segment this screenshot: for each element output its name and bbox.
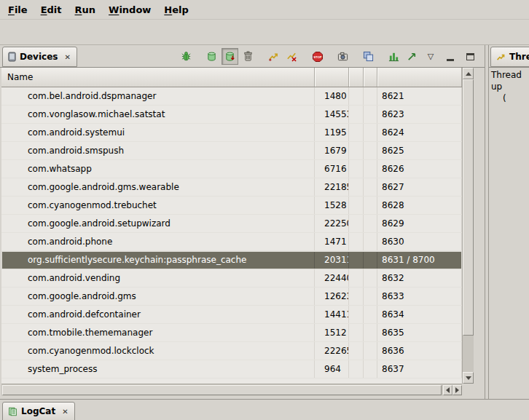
close-icon[interactable]: ✕ [63, 53, 71, 61]
empty-cell [349, 106, 364, 123]
empty-cell [349, 215, 364, 232]
table-row[interactable]: com.android.systemui11958624 [1, 124, 462, 142]
scroll-down-icon [466, 376, 471, 380]
table-row[interactable]: com.cyanogenmod.lockclock222658636 [1, 342, 462, 360]
column-header-name[interactable]: Name [1, 68, 315, 87]
process-name: com.tmobile.thememanager [1, 324, 315, 341]
table-row[interactable]: com.vonglasow.michael.satstat145538623 [1, 106, 462, 124]
dump-view-hierarchy-button[interactable] [360, 48, 377, 65]
tab-threads[interactable]: Threads [490, 47, 529, 67]
empty-cell [349, 324, 364, 341]
table-row[interactable]: com.whatsapp67168626 [1, 160, 462, 178]
vertical-scrollbar-thumb[interactable] [463, 79, 474, 336]
empty-cell [364, 106, 377, 123]
process-port: 8625 [377, 142, 462, 159]
horizontal-scrollbar-thumb[interactable] [2, 385, 442, 395]
cause-gc-button[interactable] [240, 48, 256, 65]
empty-cell [364, 215, 377, 232]
menu-file[interactable]: File [1, 1, 34, 18]
column-header-2[interactable] [364, 68, 377, 87]
stop-process-button[interactable]: STOP [309, 48, 326, 65]
tab-logcat[interactable]: LogCat ✕ [2, 402, 75, 420]
table-row[interactable]: com.android.smspush16798625 [1, 142, 462, 160]
empty-cell [349, 342, 364, 360]
update-heap-icon [206, 51, 217, 62]
process-pid: 1195 [315, 124, 349, 141]
table-row[interactable]: system_process9648637 [1, 360, 462, 379]
screen-capture-button[interactable] [334, 48, 351, 65]
minimize-icon [447, 59, 454, 61]
empty-cell [364, 251, 377, 269]
scroll-right-button[interactable] [452, 385, 462, 395]
process-pid: 22185 [315, 178, 349, 196]
process-port: 8633 [377, 288, 462, 305]
tab-devices[interactable]: Devices ✕ [2, 47, 77, 67]
empty-cell [364, 160, 377, 178]
device-icon [8, 52, 16, 62]
menu-help[interactable]: Help [157, 1, 195, 18]
scroll-left-button[interactable] [443, 385, 452, 395]
column-header-pid[interactable] [315, 68, 349, 87]
scroll-down-button[interactable] [463, 372, 474, 384]
reset-adb-button[interactable] [283, 48, 300, 65]
empty-cell [364, 124, 377, 141]
bottom-tab-area: LogCat ✕ [0, 399, 529, 420]
process-name: com.bel.android.dspmanager [1, 87, 315, 105]
process-pid: 964 [315, 360, 349, 378]
empty-cell [349, 288, 364, 305]
empty-cell [349, 142, 364, 159]
menu-edit[interactable]: Edit [34, 1, 68, 18]
process-pid: 22440 [315, 269, 349, 287]
process-name: com.android.vending [1, 269, 315, 287]
process-pid: 1512 [315, 324, 349, 341]
horizontal-scrollbar[interactable] [1, 384, 462, 396]
maximize-button[interactable] [463, 49, 477, 64]
debug-process-button[interactable] [178, 48, 195, 65]
vertical-scrollbar[interactable] [462, 68, 474, 384]
stop-process-icon: STOP [312, 51, 324, 63]
process-name: com.google.android.gms.wearable [1, 178, 315, 196]
update-threads-button[interactable] [265, 48, 282, 65]
table-row[interactable]: com.android.defcontainer144118634 [1, 306, 462, 324]
process-port: 8623 [377, 106, 462, 123]
empty-cell [364, 360, 377, 378]
table-row[interactable]: com.bel.android.dspmanager14808621 [1, 87, 462, 106]
method-profiling-options-button[interactable] [404, 48, 420, 65]
menu-window[interactable]: Window [102, 1, 157, 18]
process-name: com.android.phone [1, 233, 315, 250]
main-toolbar [0, 20, 529, 45]
table-row[interactable]: com.google.android.gms.wearable221858627 [1, 178, 462, 197]
minimize-button[interactable] [443, 49, 458, 64]
column-header-port[interactable] [377, 68, 462, 87]
start-method-profiling-button[interactable] [385, 48, 402, 65]
table-row[interactable]: com.google.android.setupwizard222508629 [1, 215, 462, 233]
empty-cell [364, 233, 377, 250]
update-heap-button[interactable] [203, 48, 220, 65]
process-port: 8635 [377, 324, 462, 341]
close-icon[interactable]: ✕ [61, 408, 68, 416]
table-row[interactable]: com.android.vending224408632 [1, 269, 462, 288]
table-row[interactable]: com.google.android.gms126238633 [1, 288, 462, 306]
process-port: 8634 [377, 306, 462, 323]
dump-hprof-button[interactable] [222, 48, 238, 65]
table-row[interactable]: com.android.phone14718630 [1, 233, 462, 251]
view-menu-button[interactable]: ▽ [423, 49, 438, 64]
devices-toolbar: STOP [176, 47, 420, 66]
column-header-1[interactable] [349, 68, 364, 87]
method-profiling-options-icon [407, 51, 418, 62]
process-pid: 1480 [315, 87, 349, 105]
table-row[interactable]: org.sufficientlysecure.keychain:passphra… [1, 251, 462, 269]
devices-view: Devices ✕ STOP ▽ [0, 45, 485, 399]
process-name: com.cyanogenmod.trebuchet [1, 197, 315, 214]
empty-cell [364, 197, 377, 214]
empty-cell [349, 197, 364, 214]
scroll-up-button[interactable] [463, 68, 474, 79]
process-name: com.android.defcontainer [1, 306, 315, 323]
cause-gc-icon [243, 51, 254, 62]
table-row[interactable]: com.tmobile.thememanager15128635 [1, 324, 462, 342]
process-port: 8632 [377, 269, 462, 287]
process-pid: 14411 [315, 306, 349, 323]
table-row[interactable]: com.cyanogenmod.trebuchet15288628 [1, 197, 462, 215]
device-table-body: com.bel.android.dspmanager14808621com.vo… [1, 87, 462, 384]
menu-run[interactable]: Run [68, 1, 103, 18]
